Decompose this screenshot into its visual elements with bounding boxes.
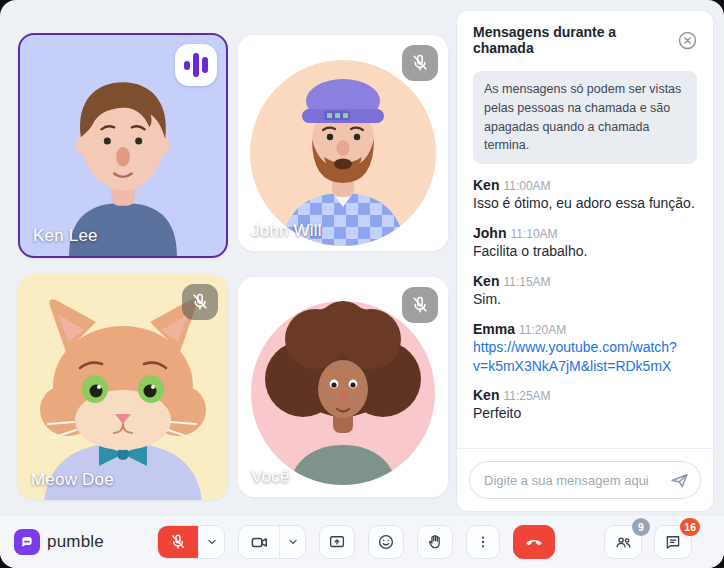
message-text: Perfeito: [473, 404, 697, 423]
call-controls: [157, 525, 555, 559]
panel-toggles: 9 16: [604, 525, 692, 559]
participant-name: Ken Lee: [33, 226, 98, 246]
chat-message: Ken11:00AM Isso é ótimo, eu adoro essa f…: [473, 177, 697, 213]
emoji-smiley-icon: [377, 533, 395, 551]
screen-share-icon: [328, 533, 346, 551]
chat-panel: Mensagens durante a chamada As mensagens…: [456, 10, 714, 512]
message-time: 11:25AM: [503, 389, 550, 403]
microphone-split-button: [157, 525, 225, 559]
chat-bubble-icon: [664, 533, 682, 551]
message-author: Ken: [473, 273, 499, 289]
chat-message-list: As mensagens só podem ser vistas pelas p…: [457, 65, 713, 448]
video-tile-voce[interactable]: Você: [238, 277, 448, 497]
emoji-button[interactable]: [368, 525, 404, 559]
chat-panel-title: Mensagens durante a chamada: [473, 24, 676, 56]
hang-up-icon: [524, 532, 544, 552]
message-time: 11:00AM: [503, 179, 550, 193]
message-author: Ken: [473, 387, 499, 403]
message-time: 11:10AM: [510, 227, 557, 241]
camera-button[interactable]: [239, 526, 279, 558]
mute-microphone-button[interactable]: [158, 526, 198, 558]
participant-name: Você: [251, 467, 290, 487]
message-time: 11:15AM: [503, 275, 550, 289]
message-text: Sim.: [473, 290, 697, 309]
pumble-logo: pumble: [14, 529, 104, 555]
chat-message: Ken11:25AM Perfeito: [473, 387, 697, 423]
message-author: Ken: [473, 177, 499, 193]
close-icon: [678, 31, 697, 50]
raise-hand-icon: [426, 533, 444, 551]
participants-count-badge: 9: [632, 518, 650, 536]
message-text: Facilita o trabalho.: [473, 242, 697, 261]
speaking-indicator-icon: [175, 44, 217, 86]
message-time: 11:20AM: [519, 323, 566, 337]
camera-options-button[interactable]: [279, 526, 305, 558]
chevron-down-icon: [206, 536, 218, 548]
participant-name: John Will: [251, 221, 322, 241]
message-author: John: [473, 225, 506, 241]
camera-split-button: [238, 525, 306, 559]
video-camera-icon: [250, 533, 269, 552]
mic-muted-badge: [402, 287, 438, 323]
video-tile-ken-lee[interactable]: Ken Lee: [18, 33, 228, 258]
message-text: Isso é ótimo, eu adoro essa função.: [473, 194, 697, 213]
chat-message: Ken11:15AM Sim.: [473, 273, 697, 309]
video-tile-meow-doe[interactable]: Meow Doe: [18, 274, 228, 500]
send-message-button[interactable]: [669, 470, 690, 491]
mic-off-icon: [169, 533, 187, 551]
screen-share-button[interactable]: [319, 525, 355, 559]
participant-name: Meow Doe: [31, 470, 114, 490]
microphone-options-button[interactable]: [198, 526, 224, 558]
chat-message: Emma11:20AM https://www.youtube.com/watc…: [473, 321, 697, 376]
raise-hand-button[interactable]: [417, 525, 453, 559]
mic-muted-badge: [182, 284, 218, 320]
pumble-logo-icon: [14, 529, 40, 555]
chat-message-input[interactable]: [470, 473, 700, 488]
call-toolbar: pumble: [0, 515, 724, 568]
chat-count-badge: 16: [680, 518, 700, 536]
mic-muted-badge: [402, 45, 438, 81]
chat-input-area: [457, 448, 713, 511]
participants-icon: [614, 533, 633, 552]
chat-message: John11:10AM Facilita o trabalho.: [473, 225, 697, 261]
pumble-logo-text: pumble: [47, 532, 104, 552]
message-author: Emma: [473, 321, 515, 337]
chevron-down-icon: [287, 536, 299, 548]
more-options-icon: [475, 534, 491, 550]
message-link[interactable]: https://www.youtube.com/watch?v=k5mX3NkA…: [473, 338, 697, 376]
pumble-call-window: Ken Lee: [0, 0, 724, 568]
video-tile-john-will[interactable]: John Will: [238, 35, 448, 251]
chat-privacy-notice: As mensagens só podem ser vistas pelas p…: [473, 71, 697, 164]
send-icon: [669, 470, 690, 491]
hang-up-button[interactable]: [513, 525, 555, 559]
chat-panel-header: Mensagens durante a chamada: [457, 11, 713, 65]
close-chat-button[interactable]: [676, 29, 699, 52]
more-options-button[interactable]: [466, 525, 500, 559]
